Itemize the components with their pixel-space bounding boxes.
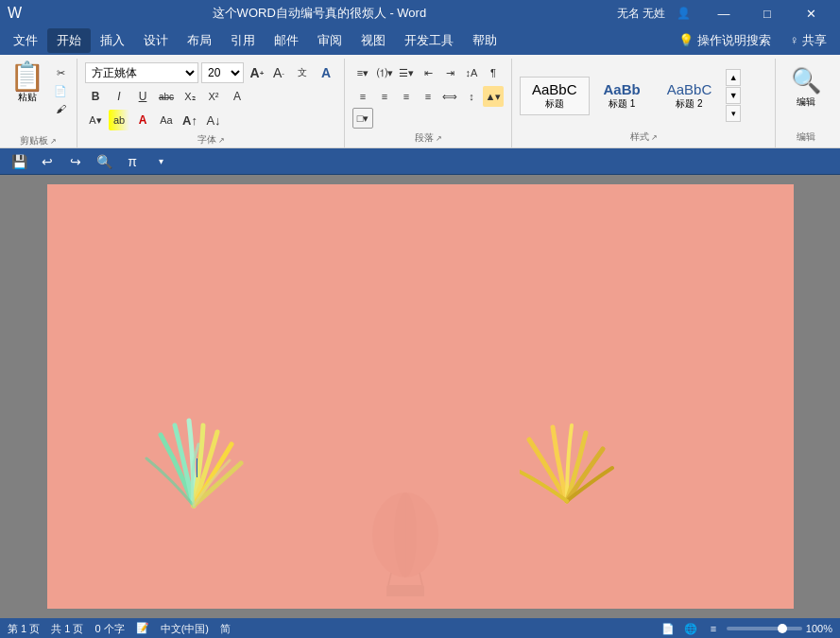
align-right-button[interactable]: ≡ [396, 86, 417, 107]
copy-button[interactable]: 📄 [50, 82, 71, 99]
format-painter-button[interactable]: 🖌 [50, 100, 71, 117]
border-button[interactable]: □▾ [352, 108, 373, 129]
styles-scroll-down[interactable]: ▼ [726, 87, 741, 104]
strikethrough-button[interactable]: abc [156, 86, 177, 107]
style-normal[interactable]: AaBbC 标题 [520, 77, 590, 115]
font-color2-button[interactable]: A [132, 110, 153, 130]
clipboard-expand-icon[interactable]: ↗ [50, 137, 57, 146]
menu-item-review[interactable]: 审阅 [308, 28, 351, 53]
menu-item-view[interactable]: 视图 [351, 28, 395, 53]
styles-expand-icon[interactable]: ↗ [651, 133, 658, 142]
line-spacing-button[interactable]: ↕ [461, 86, 482, 107]
multilevel-button[interactable]: ☰▾ [396, 62, 417, 83]
underline-button[interactable]: U [132, 86, 153, 107]
cut-button[interactable]: ✂ [50, 64, 71, 81]
clear-format-button[interactable]: A [227, 86, 248, 107]
subscript-button[interactable]: X₂ [180, 86, 200, 107]
proofing-icon[interactable]: 📝 [136, 622, 149, 636]
page-number: 第 1 页 [8, 622, 40, 636]
style-heading1[interactable]: AaBb 标题 1 [591, 77, 653, 115]
menu-item-design[interactable]: 设计 [134, 28, 178, 53]
style-normal-label: 标题 [545, 97, 564, 111]
zoom-thumb[interactable] [778, 624, 787, 633]
menu-item-mailings[interactable]: 邮件 [265, 28, 308, 53]
qa-search-button[interactable]: 🔍 [93, 150, 115, 173]
editing-label: 编辑 [797, 130, 815, 144]
style-heading2[interactable]: AaBbC 标题 2 [655, 77, 725, 115]
search-help-button[interactable]: 💡 操作说明搜索 [669, 28, 780, 53]
font-color-button[interactable]: A [316, 62, 336, 83]
sort-button[interactable]: ↕A [461, 62, 482, 83]
paragraph-buttons-row2: ≡ ≡ ≡ ≡ ⟺ ↕ ▲▾ □▾ [352, 86, 504, 129]
search-edit-icon: 🔍 [791, 66, 821, 95]
decrease-indent-button[interactable]: ⇤ [418, 62, 438, 83]
styles-more-button[interactable]: ▾ [726, 105, 741, 122]
increase-indent-button[interactable]: ⇥ [439, 62, 460, 83]
svg-rect-5 [386, 585, 424, 596]
text-highlight-button[interactable]: ab [109, 110, 129, 130]
menu-item-home[interactable]: 开始 [47, 28, 91, 53]
menu-item-developer[interactable]: 开发工具 [395, 28, 463, 53]
qa-more-button[interactable]: ▾ [149, 150, 172, 173]
search-edit-button[interactable]: 🔍 编辑 [783, 62, 829, 112]
italic-button[interactable]: I [109, 86, 129, 107]
qa-save-button[interactable]: 💾 [8, 150, 30, 173]
firework-1 [123, 383, 265, 515]
bullets-button[interactable]: ≡▾ [352, 62, 373, 83]
maximize-button[interactable]: □ [746, 0, 789, 26]
menu-item-help[interactable]: 帮助 [463, 28, 506, 53]
shading-button[interactable]: ▲▾ [483, 86, 504, 107]
numbering-button[interactable]: ⑴▾ [374, 62, 395, 83]
distribute-button[interactable]: ⟺ [439, 86, 460, 107]
qa-undo-button[interactable]: ↩ [36, 150, 59, 173]
text-effect-button[interactable]: A▾ [85, 110, 106, 130]
menu-item-layout[interactable]: 布局 [178, 28, 221, 53]
paragraph-expand-icon[interactable]: ↗ [436, 134, 442, 143]
qa-pi-button[interactable]: π [121, 150, 144, 173]
show-marks-button[interactable]: ¶ [483, 62, 504, 83]
superscript-button[interactable]: X² [203, 86, 224, 107]
view-mode-outline[interactable]: ≡ [704, 619, 723, 638]
font-expand-icon[interactable]: ↗ [218, 136, 225, 145]
case-button[interactable]: Aa [156, 110, 177, 130]
qa-redo-button[interactable]: ↪ [64, 150, 87, 173]
clipboard-label: 剪贴板 ↗ [6, 134, 71, 147]
paragraph-buttons-row1: ≡▾ ⑴▾ ☰▾ ⇤ ⇥ ↕A ¶ [352, 62, 504, 83]
quick-access-toolbar: 💾 ↩ ↪ 🔍 π ▾ [0, 148, 840, 175]
justify-button[interactable]: ≡ [418, 86, 438, 107]
style-heading1-preview: AaBb [604, 81, 641, 97]
view-mode-web[interactable]: 🌐 [681, 619, 700, 638]
bold-button[interactable]: B [85, 86, 106, 107]
grow-font-button[interactable]: A↑ [180, 110, 200, 130]
svg-line-3 [388, 573, 391, 585]
menu-item-file[interactable]: 文件 [4, 28, 47, 53]
styles-scroll-up[interactable]: ▲ [726, 69, 741, 86]
paste-button[interactable]: 📋 粘贴 [6, 60, 48, 106]
zoom-slider[interactable] [727, 627, 802, 630]
shrink-font-button[interactable]: A↓ [203, 110, 224, 130]
styles-group: AaBbC 标题 AaBb 标题 1 AaBbC 标题 2 ▲ ▼ ▾ [512, 59, 776, 147]
font-label: 字体 ↗ [85, 133, 336, 147]
align-left-button[interactable]: ≡ [352, 86, 373, 107]
decrease-font-button[interactable]: A- [268, 62, 289, 83]
document-page[interactable]: 左键 [47, 184, 794, 609]
text-cursor [197, 458, 197, 477]
font-size-select[interactable]: 20 [201, 62, 244, 83]
menu-item-insert[interactable]: 插入 [91, 28, 134, 53]
align-center-button[interactable]: ≡ [374, 86, 395, 107]
view-mode-print[interactable]: 📄 [659, 619, 677, 638]
menu-item-references[interactable]: 引用 [221, 28, 265, 53]
editing-group: 🔍 编辑 编辑 [776, 59, 836, 147]
firework-2 [520, 402, 643, 506]
close-button[interactable]: ✕ [789, 0, 832, 26]
username: 无名 无姓 [617, 6, 665, 22]
increase-font-button[interactable]: A+ [247, 62, 267, 83]
share-button[interactable]: ♀ 共享 [780, 28, 836, 53]
character-button[interactable]: 文 [292, 62, 313, 83]
style-heading2-preview: AaBbC [667, 81, 712, 97]
clipboard-group: 📋 粘贴 ✂ 📄 🖌 剪贴板 ↗ [4, 59, 77, 147]
minimize-button[interactable]: — [702, 0, 746, 26]
styles-scroll-buttons: ▲ ▼ ▾ [726, 62, 741, 129]
font-family-select[interactable]: 方正姚体 [85, 62, 198, 83]
style-heading2-label: 标题 2 [676, 97, 702, 111]
